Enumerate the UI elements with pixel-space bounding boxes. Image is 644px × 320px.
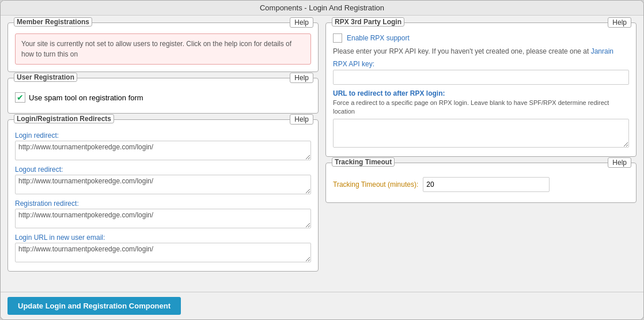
login-redirect-input[interactable]: http://www.tournamentpokeredge.com/login…	[15, 141, 311, 160]
left-column: Member Registrations Help Your site is c…	[7, 22, 319, 285]
rpx-legend: RPX 3rd Party Login	[332, 17, 404, 27]
login-url-input[interactable]: http://www.tournamentpokeredge.com/login…	[15, 243, 311, 262]
member-registrations-error: Your site is currently not set to allow …	[15, 33, 311, 65]
logout-redirect-label: Logout redirect:	[15, 165, 311, 174]
user-registration-box: User Registration Help ✔ Use spam tool o…	[7, 78, 319, 114]
rpx-help-button[interactable]: Help	[608, 17, 631, 28]
user-registration-legend: User Registration	[14, 73, 77, 82]
rpx-janrain-link[interactable]: Janrain	[591, 47, 613, 55]
registration-redirect-input[interactable]: http://www.tournamentpokeredge.com/login…	[15, 209, 311, 228]
tracking-legend: Tracking Timeout	[332, 157, 395, 167]
right-column: RPX 3rd Party Login Help Enable RPX supp…	[325, 22, 637, 285]
rpx-enable-row: Enable RPX support	[333, 33, 629, 43]
spam-tool-row: ✔ Use spam tool on registration form	[15, 89, 311, 106]
login-redirect-label: Login redirect:	[15, 131, 311, 140]
main-window: Components - Login And Registration Memb…	[0, 0, 644, 320]
rpx-enable-label: Enable RPX support	[347, 34, 410, 42]
tracking-timeout-row: Tracking Timeout (minutes):	[333, 174, 629, 195]
tracking-timeout-label: Tracking Timeout (minutes):	[333, 180, 418, 189]
member-registrations-legend: Member Registrations	[14, 17, 92, 27]
rpx-api-key-input[interactable]	[333, 70, 629, 85]
spam-tool-checkbox[interactable]: ✔	[15, 92, 25, 103]
rpx-redirect-sublabel: Force a redirect to a specific page on R…	[333, 99, 629, 116]
registration-redirect-label: Registration redirect:	[15, 199, 311, 208]
rpx-api-key-label: RPX API key:	[333, 60, 629, 68]
tracking-help-button[interactable]: Help	[608, 157, 631, 168]
rpx-redirect-input[interactable]	[333, 119, 629, 148]
redirects-help-button[interactable]: Help	[290, 114, 313, 125]
rpx-description: Please enter your RPX API key. If you ha…	[333, 46, 629, 57]
update-button[interactable]: Update Login and Registration Component	[7, 297, 181, 315]
redirects-legend: Login/Registration Redirects	[14, 114, 114, 123]
checkmark-icon: ✔	[17, 93, 24, 101]
tracking-timeout-input[interactable]	[423, 177, 550, 192]
redirects-box: Login/Registration Redirects Help Login …	[7, 119, 319, 272]
user-registration-help-button[interactable]: Help	[290, 73, 313, 83]
bottom-bar: Update Login and Registration Component	[1, 292, 643, 319]
login-url-label: Login URL in new user email:	[15, 234, 311, 242]
rpx-redirect-label: URL to redirect to after RPX login:	[333, 89, 629, 97]
member-registrations-box: Member Registrations Help Your site is c…	[7, 22, 319, 72]
logout-redirect-input[interactable]: http://www.tournamentpokeredge.com/login…	[15, 175, 311, 194]
rpx-box: RPX 3rd Party Login Help Enable RPX supp…	[325, 22, 637, 157]
spam-tool-label: Use spam tool on registration form	[29, 93, 143, 102]
tracking-box: Tracking Timeout Help Tracking Timeout (…	[325, 163, 637, 203]
member-registrations-help-button[interactable]: Help	[290, 17, 313, 28]
window-title: Components - Login And Registration	[1, 1, 643, 16]
rpx-enable-checkbox[interactable]	[333, 33, 342, 43]
